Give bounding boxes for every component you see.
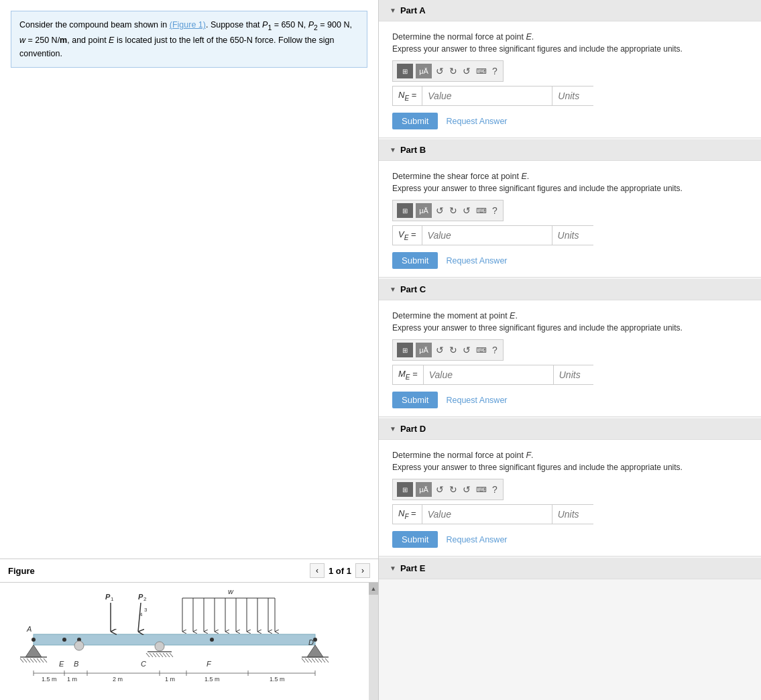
part-C-variable-label: ME = xyxy=(393,369,423,381)
part-C-units-input[interactable] xyxy=(553,365,613,384)
redo-button-C[interactable]: ↻ xyxy=(448,345,459,355)
help-button-B[interactable]: ? xyxy=(491,205,499,216)
svg-line-8 xyxy=(37,658,40,662)
keyboard-button-D[interactable]: ⌨ xyxy=(475,485,488,494)
part-D-collapse-icon: ▼ xyxy=(390,425,396,432)
svg-line-28 xyxy=(156,653,160,657)
reset-button-A[interactable]: ↺ xyxy=(461,66,472,76)
matrix-button-A[interactable]: ⊞ xyxy=(397,64,413,78)
reset-button-C[interactable]: ↺ xyxy=(461,345,472,355)
part-C-header[interactable]: ▼ Part C xyxy=(379,279,761,300)
matrix-button-D[interactable]: ⊞ xyxy=(397,482,413,497)
part-D-label: Part D xyxy=(400,424,426,434)
part-A-instruction: Determine the normal force at point E. xyxy=(392,32,748,42)
undo-button-C[interactable]: ↺ xyxy=(434,345,445,355)
part-A-variable-label: NE = xyxy=(393,90,422,102)
part-D-header[interactable]: ▼ Part D xyxy=(379,418,761,440)
part-B-units-input[interactable] xyxy=(552,226,612,245)
undo-button-A[interactable]: ↺ xyxy=(434,66,445,76)
svg-text:F: F xyxy=(207,660,212,668)
part-A-section: ▼ Part A Determine the normal force at p… xyxy=(379,0,761,138)
part-C-input-row: ME = xyxy=(392,365,593,385)
redo-button-B[interactable]: ↻ xyxy=(448,205,459,216)
part-B-value-input[interactable] xyxy=(422,226,552,245)
figure-area: Figure ‹ 1 of 1 › xyxy=(0,396,378,700)
mu-button-D[interactable]: μÄ xyxy=(416,482,432,497)
part-A-body: Determine the normal force at point E. E… xyxy=(379,21,761,138)
part-A-units-input[interactable] xyxy=(552,86,612,105)
svg-line-57 xyxy=(308,658,312,662)
svg-text:1 m: 1 m xyxy=(165,676,175,683)
figure-pagination: 1 of 1 xyxy=(329,566,351,576)
part-D-submit-button[interactable]: Submit xyxy=(392,531,438,548)
part-B-input-row: VE = xyxy=(392,225,593,245)
part-B-submit-button[interactable]: Submit xyxy=(392,252,438,269)
help-button-A[interactable]: ? xyxy=(491,66,499,76)
part-C-request-answer-link[interactable]: Request Answer xyxy=(446,396,507,405)
part-B-request-answer-link[interactable]: Request Answer xyxy=(446,256,507,266)
part-C-collapse-icon: ▼ xyxy=(390,286,396,293)
part-A-request-answer-link[interactable]: Request Answer xyxy=(446,117,507,126)
svg-point-23 xyxy=(155,642,164,651)
undo-button-B[interactable]: ↺ xyxy=(434,205,445,216)
svg-line-3 xyxy=(20,658,23,662)
matrix-button-C[interactable]: ⊞ xyxy=(397,343,413,357)
mu-button-A[interactable]: μÄ xyxy=(416,64,432,78)
figure-prev-button[interactable]: ‹ xyxy=(310,563,325,578)
part-A-action-row: Submit Request Answer xyxy=(392,113,748,129)
part-A-header[interactable]: ▼ Part A xyxy=(379,0,761,21)
svg-line-58 xyxy=(312,658,315,662)
right-panel[interactable]: ▼ Part A Determine the normal force at p… xyxy=(379,0,761,700)
keyboard-button-C[interactable]: ⌨ xyxy=(475,346,488,355)
part-D-body: Determine the normal force at point F. E… xyxy=(379,440,761,557)
part-A-label: Part A xyxy=(400,5,426,15)
problem-text: Consider the compound beam shown in (Fig… xyxy=(19,20,352,58)
svg-point-17 xyxy=(74,641,84,650)
svg-text:P: P xyxy=(138,593,143,601)
part-E-section: ▼ Part E xyxy=(379,558,761,579)
svg-point-22 xyxy=(313,638,317,642)
part-B-header[interactable]: ▼ Part B xyxy=(379,139,761,161)
svg-line-60 xyxy=(318,658,322,662)
matrix-button-B[interactable]: ⊞ xyxy=(397,203,413,218)
svg-text:w: w xyxy=(228,587,234,595)
keyboard-button-A[interactable]: ⌨ xyxy=(475,67,488,76)
svg-line-7 xyxy=(34,658,37,662)
svg-line-25 xyxy=(146,653,150,657)
undo-button-D[interactable]: ↺ xyxy=(434,484,445,495)
figure-link[interactable]: (Figure 1) xyxy=(170,20,206,30)
part-B-section: ▼ Part B Determine the shear force at po… xyxy=(379,139,761,278)
reset-button-D[interactable]: ↺ xyxy=(461,484,472,495)
part-C-instruction: Determine the moment at point E. xyxy=(392,311,748,320)
figure-next-button[interactable]: › xyxy=(355,563,370,578)
mu-button-C[interactable]: μÄ xyxy=(416,343,432,357)
help-button-D[interactable]: ? xyxy=(491,484,499,495)
part-C-action-row: Submit Request Answer xyxy=(392,392,748,408)
figure-content: A E B C F D xyxy=(0,583,378,700)
part-D-toolbar: ⊞ μÄ ↺ ↻ ↺ ⌨ ? xyxy=(392,479,504,500)
mu-button-B[interactable]: μÄ xyxy=(416,203,432,218)
redo-button-A[interactable]: ↻ xyxy=(448,66,459,76)
part-C-body: Determine the moment at point E. Express… xyxy=(379,300,761,417)
redo-button-D[interactable]: ↻ xyxy=(448,484,459,495)
keyboard-button-B[interactable]: ⌨ xyxy=(475,207,488,215)
part-A-value-input[interactable] xyxy=(422,86,552,105)
part-A-submit-button[interactable]: Submit xyxy=(392,113,438,129)
part-D-value-input[interactable] xyxy=(422,505,552,524)
svg-text:1 m: 1 m xyxy=(67,676,77,683)
svg-line-61 xyxy=(322,658,325,662)
scroll-up-button[interactable]: ▲ xyxy=(369,583,378,595)
part-B-toolbar: ⊞ μÄ ↺ ↻ ↺ ⌨ ? xyxy=(392,200,504,221)
help-button-C[interactable]: ? xyxy=(491,345,499,355)
reset-button-B[interactable]: ↺ xyxy=(461,205,472,216)
svg-line-5 xyxy=(27,658,30,662)
part-E-header[interactable]: ▼ Part E xyxy=(379,558,761,579)
svg-line-27 xyxy=(153,653,156,657)
figure-scroll[interactable]: ▲ xyxy=(369,583,378,700)
part-C-submit-button[interactable]: Submit xyxy=(392,392,438,408)
part-B-variable-label: VE = xyxy=(393,229,422,241)
part-D-request-answer-link[interactable]: Request Answer xyxy=(446,535,507,544)
part-D-action-row: Submit Request Answer xyxy=(392,531,748,548)
part-D-units-input[interactable] xyxy=(552,505,612,524)
part-C-value-input[interactable] xyxy=(423,365,553,384)
